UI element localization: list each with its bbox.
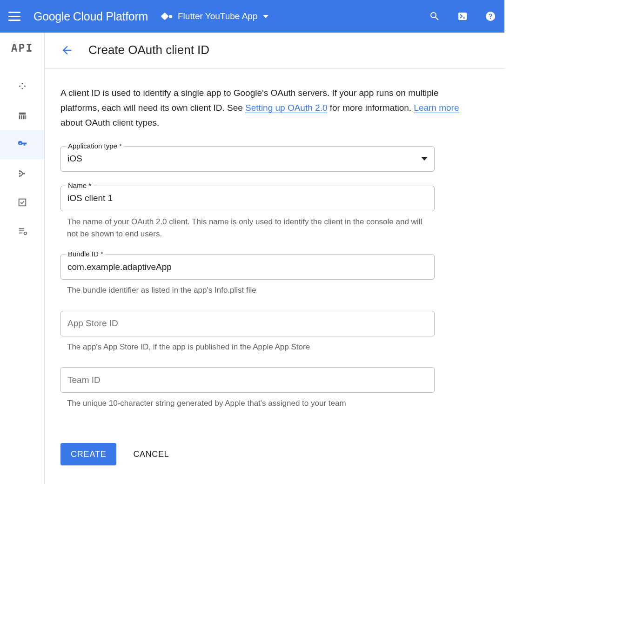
bundle-id-label: Bundle ID * [66,250,106,258]
svg-point-3 [19,170,20,172]
bundle-id-field[interactable]: Bundle ID * [60,254,435,280]
sidebar-item-oauth-consent[interactable] [0,159,44,188]
intro-mid: for more information. [327,103,414,113]
bundle-id-input[interactable] [67,262,428,272]
intro-suffix: about OAuth client types. [60,118,159,127]
team-id-input[interactable] [67,375,428,385]
page-title: Create OAuth client ID [88,43,209,57]
svg-point-4 [19,173,20,174]
team-id-helper: The unique 10-character string generated… [60,397,435,409]
back-arrow-icon[interactable] [60,44,74,57]
create-button[interactable]: CREATE [60,443,116,465]
cancel-button[interactable]: CANCEL [133,449,169,459]
svg-rect-7 [19,199,26,206]
project-name: Flutter YouTube App [178,11,257,21]
menu-icon[interactable] [8,10,20,22]
project-icon [162,13,172,19]
page-header: Create OAuth client ID [45,33,504,69]
svg-point-5 [19,175,20,177]
link-setting-up-oauth[interactable]: Setting up OAuth 2.0 [245,103,327,113]
sidebar: API [0,33,45,484]
app-store-id-helper: The app's App Store ID, if the app is pu… [60,341,435,353]
api-logo[interactable]: API [11,42,34,54]
name-label: Name * [66,181,94,189]
application-type-select[interactable]: Application type * iOS [60,146,435,172]
app-store-id-field[interactable] [60,311,435,336]
sidebar-item-credentials[interactable] [0,130,44,159]
chevron-down-icon [263,15,268,18]
app-store-id-input[interactable] [67,318,428,329]
project-selector[interactable]: Flutter YouTube App [162,11,268,21]
name-input[interactable] [67,193,428,203]
application-type-value: iOS [67,154,421,164]
team-id-field[interactable] [60,367,435,393]
cloud-shell-icon[interactable] [457,11,468,22]
name-field[interactable]: Name * [60,186,435,211]
search-icon[interactable] [429,11,440,22]
svg-point-6 [23,173,25,174]
sidebar-item-page-usage[interactable] [0,217,44,246]
logo-rest: Cloud Platform [73,10,148,23]
name-helper: The name of your OAuth 2.0 client. This … [60,216,435,241]
logo-bold: Google [34,10,70,23]
bundle-id-helper: The bundle identifier as listed in the a… [60,284,435,296]
sidebar-item-domain-verification[interactable] [0,188,44,217]
chevron-down-icon [421,157,428,161]
intro-text: A client ID is used to identify a single… [60,86,476,130]
help-icon[interactable] [485,11,496,22]
link-learn-more[interactable]: Learn more [414,103,459,113]
main-content: Create OAuth client ID A client ID is us… [45,33,504,484]
sidebar-item-library[interactable] [0,101,44,130]
svg-point-8 [24,232,26,235]
sidebar-item-dashboard[interactable] [0,73,44,101]
top-bar: Google Cloud Platform Flutter YouTube Ap… [0,0,504,33]
application-type-label: Application type * [66,142,124,150]
gcp-logo[interactable]: Google Cloud Platform [34,10,148,23]
